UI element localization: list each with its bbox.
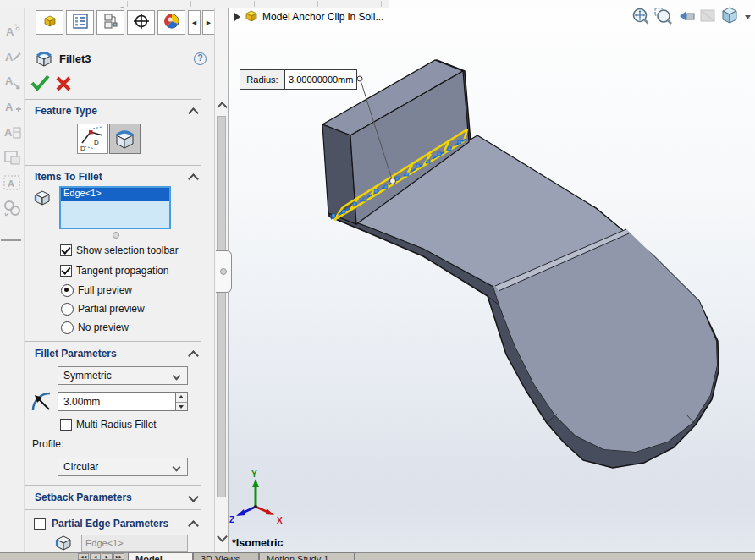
separator (25, 165, 201, 166)
svg-text:A: A (4, 126, 13, 139)
show-selection-toolbar-label: Show selection toolbar (76, 244, 179, 256)
svg-text:A: A (5, 101, 14, 113)
partial-edge-selection-box: Edge<1> (81, 535, 188, 552)
separator (25, 485, 201, 486)
displaymanager-tab[interactable] (157, 10, 185, 35)
partial-preview-label: Partial preview (78, 303, 145, 315)
tangent-propagation-checkbox[interactable] (60, 265, 72, 277)
triad-x-label: X (277, 516, 283, 525)
setback-parameters-header[interactable]: Setback Parameters (35, 491, 132, 503)
radius-value: 3.00mm (63, 396, 100, 408)
ok-button[interactable] (32, 76, 48, 89)
splitter-dot-icon (220, 268, 227, 275)
panel-tab-scroll-left[interactable]: ◀ (188, 10, 201, 35)
tangent-propagation-label: Tangent propagation (76, 265, 168, 277)
edge-select-icon (32, 189, 52, 211)
next-tab-button[interactable]: ▶ (102, 553, 113, 560)
separator (25, 341, 201, 342)
no-preview-radio[interactable] (61, 321, 74, 334)
partial-edge-value: Edge<1> (85, 538, 124, 548)
radius-spinner[interactable] (176, 392, 188, 411)
full-preview-radio[interactable] (61, 284, 74, 297)
separator (25, 99, 201, 100)
show-selection-toolbar-checkbox[interactable] (60, 244, 72, 256)
symmetry-dropdown[interactable]: Symmetric (58, 366, 188, 385)
ok-cancel-row (29, 73, 80, 93)
capture-view-icon[interactable] (3, 148, 22, 167)
filletxpert-icon (110, 141, 140, 156)
radius-input[interactable]: 3.00mm (58, 392, 176, 411)
panel-tab-scroll-right[interactable]: ▶ (202, 10, 215, 35)
spinner-down-icon[interactable] (176, 403, 187, 411)
edit-annotation-icon[interactable]: A (3, 47, 22, 66)
prev-tab-button[interactable]: ◀ (90, 553, 101, 560)
insert-annotation-icon[interactable]: A (3, 72, 22, 91)
scroll-right-icon: ▶ (207, 19, 211, 26)
profile-value: Circular (63, 461, 98, 473)
tab-motion-study[interactable]: Motion Study 1 (259, 552, 355, 560)
left-toolbar: A* A A A A A (0, 8, 25, 552)
top-strip-tick (317, 1, 318, 7)
last-tab-button[interactable]: ▶▶ (113, 553, 124, 560)
partial-edge-checkbox[interactable] (34, 518, 46, 530)
annotation-area-icon[interactable]: A (3, 173, 22, 193)
svg-text:A: A (8, 178, 14, 189)
top-strip-tick (254, 1, 255, 7)
help-icon: ? (195, 53, 206, 63)
profile-dropdown[interactable]: Circular (58, 458, 188, 476)
partial-preview-radio[interactable] (61, 303, 74, 316)
featuremanager-tab[interactable] (36, 10, 63, 35)
dimxpertmanager-tab[interactable] (127, 10, 155, 35)
help-button[interactable]: ? (194, 52, 207, 65)
top-strip-tick (381, 1, 382, 7)
chevron-down-icon (173, 371, 181, 380)
add-note-icon[interactable]: A (3, 97, 22, 117)
profile-label: Profile: (32, 438, 63, 450)
tab-3d-views[interactable]: 3D Views (193, 552, 259, 560)
left-toolbar-separator (1, 239, 21, 241)
svg-text:D: D (94, 139, 99, 146)
page-title: Fillet3 (59, 52, 91, 65)
svg-text:D: D (80, 145, 85, 152)
full-preview-label: Full preview (78, 284, 132, 296)
feature-type-header[interactable]: Feature Type (35, 105, 97, 117)
configurationmanager-tab[interactable] (96, 10, 124, 35)
scrollbar-up-icon[interactable] (217, 102, 228, 113)
configuration-tab-icon (102, 13, 119, 33)
chevron-down-icon (173, 463, 181, 471)
radius-icon (30, 391, 52, 416)
items-to-fillet-selection-box[interactable]: Edge<1> (59, 186, 171, 229)
annotation-table-icon[interactable]: A (3, 123, 22, 142)
manual-fillet-button[interactable]: DD (77, 124, 108, 154)
radius-callout-label: Radius: (246, 74, 278, 85)
top-strip-tick (127, 1, 128, 7)
scrollbar-down-icon[interactable] (217, 531, 228, 542)
first-tab-button[interactable]: ◀◀ (78, 553, 89, 560)
part-tab-icon (42, 14, 58, 31)
radius-callout-value-cell[interactable]: 3.00000000mm (284, 69, 357, 90)
selection-box-resize-dot[interactable] (113, 232, 119, 239)
spinner-up-icon[interactable] (176, 393, 187, 403)
svg-text:A: A (6, 25, 14, 38)
scrollbar-thumb[interactable] (217, 116, 226, 497)
manual-fillet-icon: DD (78, 141, 107, 156)
check-icon (61, 265, 70, 274)
radius-callout-label-cell: Radius: (240, 69, 285, 90)
chain-dimension-icon[interactable] (3, 199, 22, 218)
multi-radius-checkbox[interactable] (60, 419, 72, 431)
propertymanager-tab-icon (72, 13, 89, 33)
svg-text:A: A (5, 51, 14, 63)
fillet-parameters-header[interactable]: Fillet Parameters (35, 348, 117, 360)
dimxpert-tab-icon (133, 13, 150, 33)
partial-edge-parameters-header[interactable]: Partial Edge Parameters (52, 518, 168, 530)
separator (25, 509, 201, 510)
filletxpert-button[interactable] (109, 124, 141, 154)
tab-model[interactable]: Model (128, 552, 193, 560)
items-to-fillet-header[interactable]: Items To Fillet (35, 171, 102, 183)
propertymanager-tab[interactable] (66, 10, 94, 35)
auto-dimension-icon[interactable]: A* (3, 21, 22, 41)
selected-edge-item[interactable]: Edge<1> (61, 188, 169, 201)
model-scene: Y Z X (228, 8, 755, 552)
cancel-button[interactable] (58, 78, 69, 90)
radio-dot-icon (64, 288, 69, 292)
